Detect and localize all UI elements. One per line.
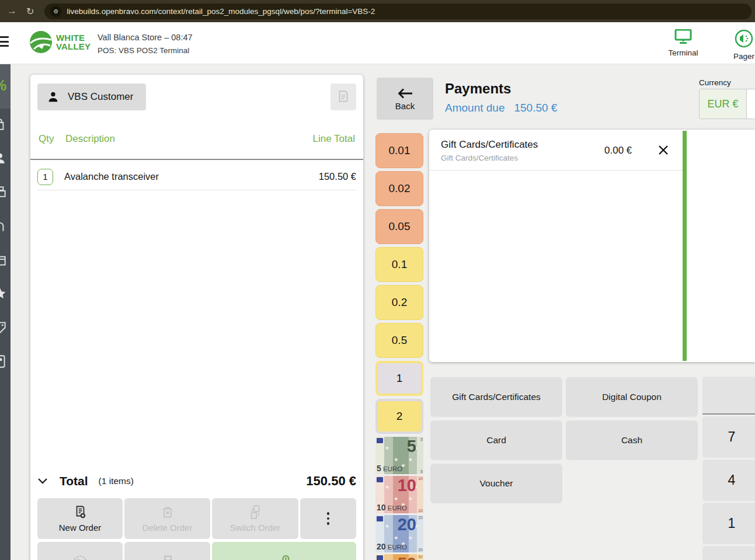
chevron-down-icon <box>37 478 48 485</box>
pay-icon <box>276 554 293 560</box>
star-icon <box>0 286 8 301</box>
sidebar-item-discounts[interactable]: % <box>0 64 11 109</box>
print-button[interactable] <box>124 542 210 560</box>
pager-button[interactable]: Pager <box>723 29 755 61</box>
sidebar-item-pricetags[interactable] <box>0 312 11 346</box>
sidebar-item-catalog[interactable] <box>0 109 11 142</box>
more-actions-button[interactable] <box>300 498 356 539</box>
new-order-button[interactable]: New Order <box>37 498 123 539</box>
tune-icon[interactable]: ⚙ <box>50 6 61 17</box>
qty-badge: 1 <box>37 169 53 185</box>
method-voucher-button[interactable]: Voucher <box>430 464 562 503</box>
brand-logo-icon <box>29 30 53 54</box>
active-entry-indicator <box>683 131 687 361</box>
pager-icon <box>735 29 753 48</box>
items-count: (1 items) <box>99 476 307 486</box>
delete-order-button[interactable]: Delete Order <box>124 498 210 539</box>
method-gift-cards-button[interactable]: Gift Cards/Certificates <box>430 377 562 417</box>
sidebar-item-favorites[interactable] <box>0 278 11 312</box>
coin-0-01-button[interactable]: 0.01 <box>375 133 423 168</box>
payment-entry-title: Gift Cards/Certificates <box>441 139 538 151</box>
sidebar-item-customer[interactable] <box>0 142 11 176</box>
pay-button[interactable] <box>212 542 356 560</box>
delete-order-label: Delete Order <box>142 523 193 533</box>
customer-button[interactable]: VBS Customer <box>37 84 146 110</box>
order-actions: New Order Delete Order Switch Order <box>37 498 356 560</box>
total-row[interactable]: Total (1 items) 150.50 € <box>37 467 356 495</box>
delete-order-icon <box>160 505 175 520</box>
note-20-button[interactable]: 20 20 20 20 EURO <box>375 515 423 552</box>
note-value: 5 <box>407 437 416 456</box>
receipt-options-button[interactable] <box>330 84 356 110</box>
sidebar-item-stock[interactable] <box>0 244 11 278</box>
sidebar-item-handover[interactable] <box>0 210 11 244</box>
col-line-total: Line Total <box>313 133 355 145</box>
note-50-button[interactable]: 50 50 50 EURO <box>375 554 423 560</box>
switch-order-label: Switch Order <box>230 523 281 533</box>
note-10-button[interactable]: 10 10 10 10 EURO <box>375 476 423 513</box>
note-value: 20 <box>398 515 416 534</box>
discount-icon <box>72 554 88 560</box>
method-digital-coupon-button[interactable]: Digital Coupon <box>566 377 698 417</box>
note-label: 10 EURO <box>377 503 407 512</box>
coin-0-1-button[interactable]: 0.1 <box>375 247 423 282</box>
note-label: 20 EURO <box>377 542 407 551</box>
currency-eur-button[interactable]: EUR € <box>700 89 746 119</box>
coin-0-2-button[interactable]: 0.2 <box>375 285 423 320</box>
browser-bar: → ↻ ⚙ livebuilds.openbravo.com/context/r… <box>0 0 755 22</box>
line-description: Avalanche transceiver <box>64 171 319 182</box>
total-amount: 150.50 € <box>306 474 356 489</box>
address-bar[interactable]: ⚙ livebuilds.openbravo.com/context/retai… <box>44 4 751 19</box>
eu-flag-icon <box>377 516 383 521</box>
method-card-button[interactable]: Card <box>430 420 562 460</box>
remove-payment-button[interactable] <box>656 142 671 158</box>
note-value: 50 <box>398 554 416 560</box>
store-name: Vall Blanca Store – 08:47 <box>98 33 193 42</box>
keypad-4[interactable]: 4 <box>702 460 755 501</box>
amount-due: Amount due 150.50 € <box>445 102 557 114</box>
brand-line2: VALLEY <box>56 42 91 51</box>
hamburger-icon[interactable] <box>0 36 9 47</box>
kebab-icon <box>327 512 330 525</box>
sidebar: % <box>0 64 11 560</box>
eu-flag-icon <box>377 438 383 443</box>
receipt-columns: Qty Description Line Total <box>37 133 356 149</box>
method-cash-button[interactable]: Cash <box>566 420 698 460</box>
coin-0-5-button[interactable]: 0.5 <box>375 323 423 358</box>
customer-name: VBS Customer <box>68 91 133 103</box>
coin-1-button[interactable]: 1 <box>375 361 423 396</box>
currency-usd-button[interactable]: USD $ <box>746 89 755 119</box>
receipt-panel: VBS Customer Qty Description Line Total … <box>30 75 363 560</box>
brand-line1: WHITE <box>56 33 91 42</box>
coin-0-02-button[interactable]: 0.02 <box>375 171 423 206</box>
new-order-icon <box>72 505 88 520</box>
coin-2-button[interactable]: 2 <box>375 399 423 434</box>
discount-percent-icon: % <box>0 77 6 94</box>
keypad-0[interactable] <box>702 546 755 560</box>
back-label: Back <box>395 101 415 111</box>
switch-order-icon <box>248 505 263 520</box>
terminal-button[interactable]: Terminal <box>662 29 704 57</box>
payment-entry-panel: Gift Cards/Certificates Gift Cards/Certi… <box>429 130 755 362</box>
back-button[interactable]: Back <box>377 78 433 120</box>
sidebar-item-register[interactable] <box>0 176 11 210</box>
reload-icon[interactable]: ↻ <box>26 6 34 17</box>
terminal-label: Terminal <box>668 48 698 57</box>
app-header: WHITE VALLEY Vall Blanca Store – 08:47 P… <box>0 22 755 64</box>
keypad-1[interactable]: 1 <box>702 503 755 544</box>
col-description: Description <box>65 133 115 145</box>
discount-button[interactable] <box>37 542 123 560</box>
close-icon <box>657 144 669 156</box>
coin-0-05-button[interactable]: 0.05 <box>375 209 423 244</box>
payment-entry-amount: 0.00 € <box>604 145 632 156</box>
switch-order-button[interactable]: Switch Order <box>212 498 298 539</box>
note-5-button[interactable]: 5 5 5 5 EURO <box>375 437 423 474</box>
keypad-7[interactable]: 7 <box>702 416 755 458</box>
customer-icon <box>0 151 8 166</box>
order-line[interactable]: 1 Avalanche transceiver 150.50 € <box>37 164 356 190</box>
sidebar-item-reports[interactable] <box>0 346 11 380</box>
new-order-label: New Order <box>59 523 102 533</box>
note-value: 10 <box>398 476 416 495</box>
col-qty: Qty <box>39 133 54 145</box>
forward-icon[interactable]: → <box>7 5 17 17</box>
